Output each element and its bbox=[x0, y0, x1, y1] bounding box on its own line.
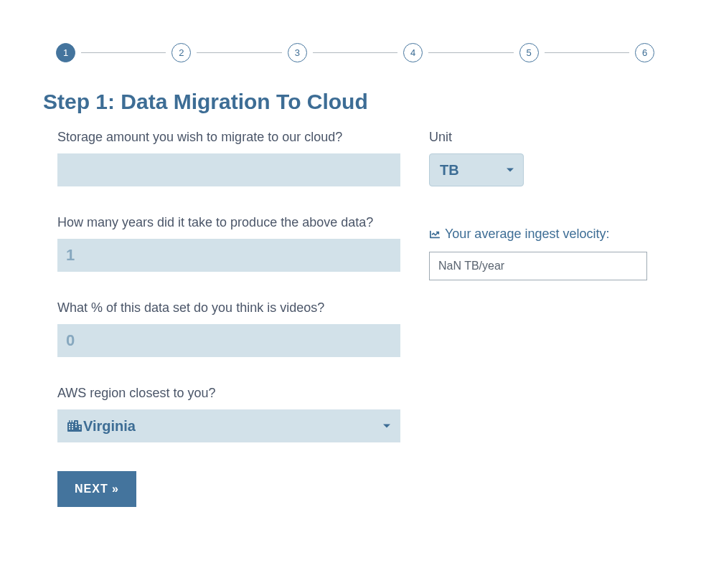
videos-input[interactable] bbox=[57, 324, 400, 357]
velocity-label-text: Your average ingest velocity: bbox=[445, 227, 609, 242]
stepper: 1 2 3 4 5 6 bbox=[56, 43, 654, 62]
step-4[interactable]: 4 bbox=[403, 43, 423, 62]
velocity-value: NaN TB/year bbox=[429, 252, 647, 280]
unit-label: Unit bbox=[429, 130, 647, 145]
step-line bbox=[81, 52, 166, 53]
region-label: AWS region closest to you? bbox=[57, 386, 400, 401]
step-5[interactable]: 5 bbox=[519, 43, 539, 62]
storage-input[interactable] bbox=[57, 153, 400, 186]
storage-label: Storage amount you wish to migrate to ou… bbox=[57, 130, 400, 145]
step-3[interactable]: 3 bbox=[288, 43, 307, 62]
region-value: Virginia bbox=[83, 418, 136, 435]
years-input[interactable] bbox=[57, 239, 400, 272]
years-label: How many years did it take to produce th… bbox=[57, 215, 400, 230]
velocity-label: Your average ingest velocity: bbox=[429, 227, 647, 242]
unit-select[interactable]: TB bbox=[429, 153, 524, 186]
step-1[interactable]: 1 bbox=[56, 43, 75, 62]
step-2[interactable]: 2 bbox=[171, 43, 191, 62]
step-6[interactable]: 6 bbox=[635, 43, 654, 62]
videos-label: What % of this data set do you think is … bbox=[57, 300, 400, 316]
region-select[interactable]: Virginia bbox=[57, 409, 400, 442]
step-line bbox=[197, 52, 281, 53]
chart-line-icon bbox=[429, 229, 441, 240]
step-line bbox=[313, 52, 397, 53]
city-icon bbox=[67, 419, 82, 432]
step-line bbox=[428, 52, 513, 53]
unit-value: TB bbox=[440, 162, 459, 179]
next-button[interactable]: NEXT » bbox=[57, 471, 136, 507]
page-title: Step 1: Data Migration To Cloud bbox=[43, 90, 654, 114]
step-line bbox=[545, 52, 629, 53]
